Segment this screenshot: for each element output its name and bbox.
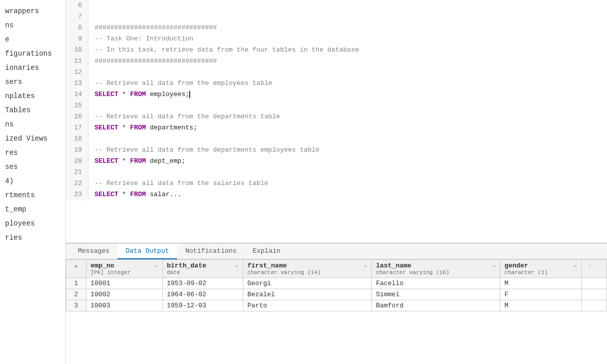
- code-line-23: 23 SELECT * FROM salar...: [66, 189, 607, 200]
- sidebar-item-ns[interactable]: ns: [0, 18, 65, 32]
- line-num-12: 12: [66, 67, 89, 78]
- sidebar-item-wrappers[interactable]: wrappers: [0, 4, 65, 18]
- line-num-6: 6: [66, 0, 89, 11]
- line-num-18: 18: [66, 133, 89, 145]
- sidebar-item-ionaries[interactable]: ionaries: [0, 61, 65, 75]
- sidebar-item-ries[interactable]: ries: [0, 231, 65, 245]
- col-name-emp-no: emp_no: [91, 262, 114, 269]
- col-type-birth-date: date: [167, 269, 239, 276]
- cell-last-name-1: Facello: [372, 278, 500, 289]
- bottom-panel: Messages Data Output Notifications Expla…: [66, 243, 607, 364]
- sidebar-item-4[interactable]: 4): [0, 174, 65, 188]
- col-name-last-name: last_name: [376, 262, 411, 269]
- col-type-last-name: character varying (16): [376, 269, 496, 276]
- sidebar-item-ized-views[interactable]: ized Views: [0, 131, 65, 146]
- cell-first-name-3: Parto: [243, 300, 371, 311]
- line-num-23: 23: [66, 189, 89, 200]
- code-editor[interactable]: 6 7 8 ############################### 9 …: [66, 0, 607, 243]
- line-num-16: 16: [66, 111, 89, 122]
- line-content-14: SELECT * FROM employees;: [89, 89, 607, 100]
- code-line-22: 22 -- Retrieve all data from the salarie…: [66, 178, 607, 189]
- cell-extra-1: [582, 278, 607, 289]
- col-type-emp-no: [PK] integer: [91, 269, 158, 276]
- col-type-gender: character (1): [504, 269, 577, 276]
- line-num-21: 21: [66, 167, 89, 178]
- row-num-3: 3: [66, 300, 86, 311]
- sidebar-item-nplates[interactable]: nplates: [0, 89, 65, 103]
- sidebar: wrappers ns e figurations ionaries sers …: [0, 0, 66, 364]
- code-line-10: 10 -- In this task, retrieve data from t…: [66, 44, 607, 56]
- line-num-15: 15: [66, 100, 89, 111]
- cell-first-name-1: Georgi: [243, 278, 371, 289]
- sidebar-item-ses[interactable]: ses: [0, 160, 65, 174]
- line-num-14: 14: [66, 89, 89, 100]
- tab-messages[interactable]: Messages: [70, 244, 117, 259]
- tab-notifications[interactable]: Notifications: [177, 244, 244, 259]
- edit-icon-gender[interactable]: ✏: [574, 262, 578, 269]
- col-header-first-name[interactable]: first_name ✏ character varying (14): [243, 260, 371, 278]
- edit-icon-birth-date[interactable]: ✏: [235, 262, 239, 269]
- line-content-22: -- Retrieve all data from the salaries t…: [89, 178, 607, 189]
- sidebar-item-rtments[interactable]: rtments: [0, 188, 65, 202]
- cell-gender-2: F: [500, 289, 582, 300]
- cell-emp-no-3: 10003: [86, 300, 163, 311]
- col-name-first-name: first_name: [247, 262, 287, 269]
- sidebar-item-res[interactable]: res: [0, 146, 65, 160]
- code-line-20: 20 SELECT * FROM dept_emp;: [66, 156, 607, 167]
- col-header-gender[interactable]: gender ✏ character (1): [500, 260, 582, 278]
- col-header-birth-date[interactable]: birth_date ✏ date: [162, 260, 243, 278]
- sidebar-item-t-emp[interactable]: t_emp: [0, 202, 65, 216]
- sort-icon: ▲: [74, 263, 77, 269]
- sidebar-item-sers[interactable]: sers: [0, 75, 65, 89]
- cell-birth-date-2: 1964-06-02: [162, 289, 243, 300]
- data-output-panel[interactable]: ▲ emp_no ✏ [PK] integer birth_date: [66, 259, 607, 364]
- tab-data-output[interactable]: Data Output: [117, 244, 177, 259]
- scroll-hint: ›: [586, 262, 593, 270]
- cell-gender-3: M: [500, 300, 582, 311]
- edit-icon-last-name[interactable]: ✏: [493, 262, 496, 269]
- line-content-13: -- Retrieve all data from the employees …: [89, 78, 607, 89]
- line-content-20: SELECT * FROM dept_emp;: [89, 156, 607, 167]
- line-content-10: -- In this task, retrieve data from the …: [89, 44, 607, 56]
- cell-extra-3: [582, 300, 607, 311]
- code-line-13: 13 -- Retrieve all data from the employe…: [66, 78, 607, 89]
- line-num-20: 20: [66, 156, 89, 167]
- line-content-23: SELECT * FROM salar...: [89, 189, 607, 200]
- sidebar-item-ns2[interactable]: ns: [0, 117, 65, 131]
- tab-explain[interactable]: Explain: [245, 244, 289, 259]
- line-num-22: 22: [66, 178, 89, 189]
- edit-icon-emp-no[interactable]: ✏: [155, 262, 158, 269]
- col-type-first-name: character varying (14): [247, 269, 367, 276]
- line-num-13: 13: [66, 78, 89, 89]
- row-num-1: 1: [66, 278, 86, 289]
- table-header-row: ▲ emp_no ✏ [PK] integer birth_date: [66, 260, 607, 278]
- table-row: 1 10001 1953-09-02 Georgi Facello M: [66, 278, 607, 289]
- code-line-17: 17 SELECT * FROM departments;: [66, 122, 607, 133]
- line-num-8: 8: [66, 22, 89, 33]
- line-num-11: 11: [66, 56, 89, 67]
- cell-emp-no-1: 10001: [86, 278, 163, 289]
- line-content-16: -- Retrieve all data from the department…: [89, 111, 607, 122]
- code-line-15: 15: [66, 100, 607, 111]
- col-name-birth-date: birth_date: [167, 262, 206, 269]
- col-header-emp-no[interactable]: emp_no ✏ [PK] integer: [86, 260, 163, 278]
- col-name-gender: gender: [504, 262, 528, 269]
- sidebar-item-tables[interactable]: Tables: [0, 103, 65, 117]
- sidebar-item-e[interactable]: e: [0, 32, 65, 47]
- line-content-9: -- Task One: Introduction: [89, 33, 607, 44]
- main-content: 6 7 8 ############################### 9 …: [66, 0, 607, 364]
- sidebar-item-figurations[interactable]: figurations: [0, 47, 65, 61]
- code-line-16: 16 -- Retrieve all data from the departm…: [66, 111, 607, 122]
- col-header-last-name[interactable]: last_name ✏ character varying (16): [372, 260, 500, 278]
- code-line-7: 7: [66, 11, 607, 22]
- cell-birth-date-3: 1959-12-03: [162, 300, 243, 311]
- code-line-9: 9 -- Task One: Introduction: [66, 33, 607, 44]
- sidebar-item-ployees[interactable]: ployees: [0, 216, 65, 231]
- edit-icon-first-name[interactable]: ✏: [364, 262, 368, 269]
- cell-gender-1: M: [500, 278, 582, 289]
- row-num-header: ▲: [66, 260, 86, 278]
- code-lines: 6 7 8 ############################### 9 …: [66, 0, 607, 243]
- line-content-19: -- Retrieve all data from the department…: [89, 145, 607, 156]
- cell-birth-date-1: 1953-09-02: [162, 278, 243, 289]
- line-content-11: ###############################: [89, 56, 607, 67]
